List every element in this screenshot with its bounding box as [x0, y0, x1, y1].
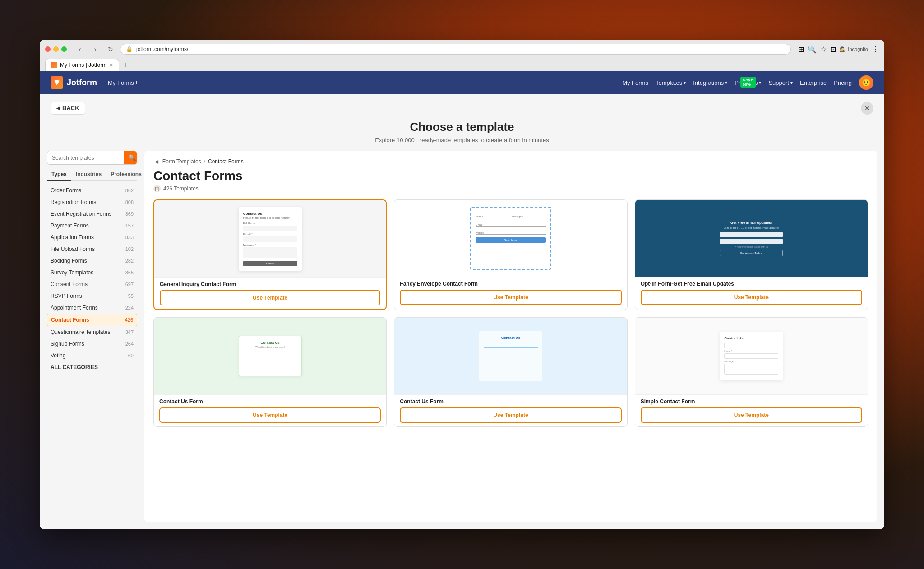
use-template-btn-5[interactable]: Use Template	[400, 407, 621, 423]
traffic-lights	[45, 46, 67, 52]
new-tab-btn[interactable]: +	[121, 61, 130, 69]
sidebar-item-contact-forms[interactable]: Contact Forms 426	[47, 314, 137, 326]
lock-icon: 🔒	[126, 46, 133, 52]
browser-chrome: ‹ › ↻ 🔒 jotform.com/myforms/ ⊞ 🔍 ☆ ⊡ 🕵 I…	[40, 40, 884, 71]
browser-extras: ⊞ 🔍 ☆ ⊡ 🕵 Incognito ⋮	[798, 45, 879, 54]
page-content: ◂ BACK ✕ Choose a template Explore 10,00…	[40, 94, 884, 529]
logo-text: Jotform	[67, 78, 97, 88]
close-modal-btn[interactable]: ✕	[861, 102, 873, 115]
tab-professions[interactable]: Professions	[106, 168, 146, 181]
sidebar-item-all-categories[interactable]: ALL CATEGORIES	[47, 361, 137, 373]
maximize-window-btn[interactable]	[61, 46, 67, 52]
breadcrumb-form-templates[interactable]: Form Templates	[162, 158, 201, 165]
tab-industries[interactable]: Industries	[71, 168, 106, 181]
sidebar-item-event-registration[interactable]: Event Registration Forms 369	[47, 208, 137, 220]
bookmark-icon[interactable]: ☆	[820, 45, 827, 54]
reload-btn[interactable]: ↻	[105, 43, 116, 55]
back-nav-btn[interactable]: ‹	[74, 43, 86, 55]
search-input[interactable]	[47, 152, 124, 164]
support-link[interactable]: Support ▾	[768, 79, 793, 86]
active-tab[interactable]: My Forms | Jotform ✕	[45, 59, 119, 71]
url-text: jotform.com/myforms/	[136, 46, 188, 52]
minimize-window-btn[interactable]	[53, 46, 59, 52]
template-card-5[interactable]: Contact Us Contact Us Form Use Template	[394, 317, 627, 427]
main-area: 🔍 Types Industries Professions Order For…	[40, 151, 884, 529]
sidebar-item-registration-forms[interactable]: Registration Forms 808	[47, 196, 137, 208]
template-card-2[interactable]: Name * Message: * E-mail * Website Send …	[394, 199, 627, 310]
search-icon: 🔍	[129, 154, 136, 161]
template-count: 📋 426 Templates	[153, 185, 868, 192]
sidebar-item-questionnaire[interactable]: Questionnaire Templates 347	[47, 326, 137, 338]
enterprise-link[interactable]: Enterprise	[800, 79, 827, 86]
nav-right: My Forms Templates ▾ Integrations ▾ SAVE…	[622, 75, 873, 90]
template-preview-1: Contact Us Please fill this form in a de…	[154, 200, 386, 277]
card-title-5: Contact Us Form	[400, 398, 621, 405]
search-button[interactable]: 🔍	[124, 151, 137, 164]
user-avatar[interactable]: 🙂	[859, 75, 873, 90]
card-title-4: Contact Us Form	[159, 398, 381, 405]
products-wrapper: SAVE 50% Products ▾	[735, 79, 761, 86]
menu-icon[interactable]: ⋮	[872, 45, 879, 54]
template-card-4[interactable]: Contact Us We will get back to you soon!	[153, 317, 387, 427]
title-section: Choose a template Explore 10,000+ ready-…	[40, 115, 884, 151]
extensions-icon[interactable]: ⊞	[798, 45, 804, 54]
use-template-btn-6[interactable]: Use Template	[641, 407, 862, 423]
sidebar-tabs: Types Industries Professions	[47, 168, 137, 181]
template-card-6[interactable]: Contact Us E-mail * Message * Simple Con…	[635, 317, 868, 427]
template-preview-2: Name * Message: * E-mail * Website Send …	[394, 200, 627, 277]
sidebar-item-signup-forms[interactable]: Signup Forms 264	[47, 338, 137, 350]
sidebar-item-appointment-forms[interactable]: Appointment Forms 224	[47, 302, 137, 314]
my-forms-nav-link[interactable]: My Forms ℹ	[108, 79, 138, 86]
sidebar-item-voting[interactable]: Voting 60	[47, 350, 137, 361]
sidebar-item-application-forms[interactable]: Application Forms 833	[47, 231, 137, 243]
back-arrow-icon: ◂	[56, 105, 60, 111]
sidebar-item-consent-forms[interactable]: Consent Forms 697	[47, 278, 137, 290]
page-subtitle: Explore 10,000+ ready-made templates to …	[40, 137, 884, 143]
card-bottom-5: Contact Us Form Use Template	[394, 394, 627, 426]
use-template-btn-4[interactable]: Use Template	[159, 407, 381, 423]
template-content-area: ◄ Form Templates / Contact Forms Contact…	[144, 151, 877, 522]
info-icon: ℹ	[136, 80, 138, 85]
tab-close-btn[interactable]: ✕	[109, 62, 113, 68]
search-icon[interactable]: 🔍	[808, 45, 817, 54]
use-template-btn-2[interactable]: Use Template	[400, 290, 621, 305]
my-forms-link[interactable]: My Forms	[622, 79, 648, 86]
tab-favicon	[51, 62, 57, 68]
back-row: ◂ BACK ✕	[40, 94, 884, 115]
tab-types[interactable]: Types	[47, 168, 71, 181]
jotform-logo[interactable]: Jotform	[51, 76, 97, 89]
back-button[interactable]: ◂ BACK	[51, 102, 85, 115]
forward-nav-btn[interactable]: ›	[89, 43, 101, 55]
address-bar[interactable]: 🔒 jotform.com/myforms/	[120, 44, 791, 55]
tab-title: My Forms | Jotform	[60, 62, 106, 68]
template-card-1[interactable]: Contact Us Please fill this form in a de…	[153, 199, 387, 310]
templates-link[interactable]: Templates ▾	[656, 79, 686, 86]
sidebar: 🔍 Types Industries Professions Order For…	[47, 151, 137, 522]
use-template-btn-3[interactable]: Use Template	[641, 290, 862, 305]
profile-icon[interactable]: ⊡	[830, 45, 836, 54]
sidebar-item-payment-forms[interactable]: Payment Forms 157	[47, 220, 137, 231]
sidebar-item-rsvp-forms[interactable]: RSVP Forms 55	[47, 290, 137, 302]
template-preview-4: Contact Us We will get back to you soon!	[154, 318, 386, 394]
sidebar-item-booking-forms[interactable]: Booking Forms 282	[47, 255, 137, 267]
integrations-chevron: ▾	[725, 80, 727, 85]
template-grid: Contact Us Please fill this form in a de…	[153, 199, 868, 427]
breadcrumb: ◄ Form Templates / Contact Forms	[153, 158, 868, 165]
card-title-3: Opt-In Form-Get Free Email Updates!	[641, 281, 862, 287]
sidebar-item-file-upload[interactable]: File Upload Forms 102	[47, 243, 137, 255]
sidebar-item-order-forms[interactable]: Order Forms 862	[47, 185, 137, 196]
sidebar-item-survey-templates[interactable]: Survey Templates 865	[47, 267, 137, 278]
breadcrumb-separator: /	[204, 158, 205, 165]
logo-icon	[51, 76, 63, 89]
page-title: Choose a template	[40, 120, 884, 134]
card-bottom-2: Fancy Envelope Contact Form Use Template	[394, 277, 627, 309]
integrations-link[interactable]: Integrations ▾	[693, 79, 727, 86]
browser-window: ‹ › ↻ 🔒 jotform.com/myforms/ ⊞ 🔍 ☆ ⊡ 🕵 I…	[40, 40, 884, 529]
use-template-btn-1[interactable]: Use Template	[160, 290, 380, 305]
close-window-btn[interactable]	[45, 46, 51, 52]
browser-content: Jotform My Forms ℹ My Forms Templates ▾ …	[40, 71, 884, 529]
template-card-3[interactable]: Get Free Email Updates! Join us for FREE…	[635, 199, 868, 310]
breadcrumb-back-icon[interactable]: ◄	[153, 158, 160, 165]
incognito-badge: 🕵 Incognito	[840, 46, 868, 52]
pricing-link[interactable]: Pricing	[834, 79, 852, 86]
